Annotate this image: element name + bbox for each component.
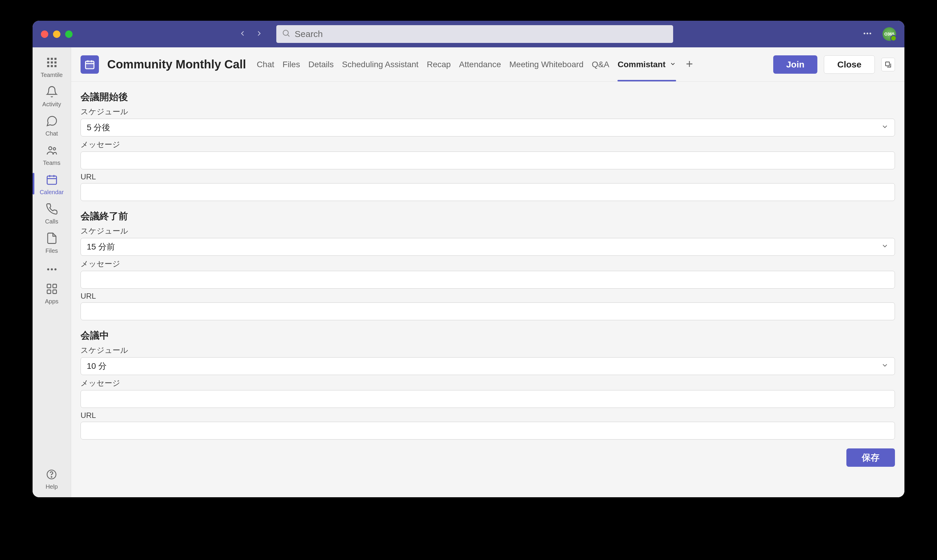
svg-point-20: [47, 268, 49, 271]
tab-details[interactable]: Details: [308, 48, 334, 81]
bell-icon: [46, 86, 58, 99]
svg-rect-25: [47, 290, 51, 294]
tab-commistant[interactable]: Commistant: [618, 48, 676, 81]
url-input[interactable]: [80, 422, 895, 440]
svg-point-14: [49, 147, 52, 150]
titlebar: Search O365: [32, 21, 905, 47]
window-controls: [41, 31, 72, 38]
user-avatar[interactable]: O365: [883, 27, 896, 41]
rail-help[interactable]: Help: [46, 469, 58, 490]
chevron-down-icon: [881, 123, 889, 132]
search-input[interactable]: Search: [276, 25, 673, 43]
rail-label: Help: [46, 483, 58, 490]
app-window: Search O365 Teamtile Activity: [32, 21, 905, 497]
maximize-window-button[interactable]: [65, 31, 72, 38]
svg-rect-26: [53, 290, 56, 294]
svg-point-28: [51, 477, 52, 477]
tab-scheduling-assistant[interactable]: Scheduling Assistant: [342, 48, 418, 81]
rail-calls[interactable]: Calls: [32, 199, 71, 227]
url-input[interactable]: [80, 183, 895, 201]
svg-point-2: [863, 32, 865, 34]
chat-icon: [46, 115, 58, 128]
svg-point-15: [53, 148, 55, 150]
svg-rect-5: [47, 58, 49, 60]
titlebar-more-button[interactable]: [862, 28, 872, 40]
rail-files[interactable]: Files: [32, 229, 71, 256]
svg-rect-24: [53, 284, 56, 288]
schedule-select[interactable]: 10 分: [80, 357, 895, 375]
meeting-icon: [80, 55, 99, 74]
calendar-icon: [46, 174, 58, 187]
svg-rect-8: [47, 62, 49, 64]
tab-files[interactable]: Files: [282, 48, 300, 81]
minimize-window-button[interactable]: [53, 31, 60, 38]
search-icon: [282, 29, 291, 40]
tab-recap[interactable]: Recap: [427, 48, 451, 81]
rail-activity[interactable]: Activity: [32, 82, 71, 109]
tab-attendance[interactable]: Attendance: [459, 48, 501, 81]
rail-label: Calls: [45, 218, 58, 225]
schedule-label: スケジュール: [80, 226, 895, 236]
svg-rect-10: [54, 62, 56, 64]
section-title: 会議開始後: [80, 91, 895, 104]
url-input[interactable]: [80, 303, 895, 320]
svg-rect-23: [47, 284, 51, 288]
svg-point-0: [283, 30, 288, 35]
svg-point-22: [54, 268, 56, 271]
rail-label: Activity: [42, 101, 61, 108]
svg-rect-7: [54, 58, 56, 60]
tab-chat[interactable]: Chat: [257, 48, 274, 81]
rail-apps[interactable]: Apps: [32, 279, 71, 307]
svg-rect-29: [86, 61, 94, 68]
message-label: メッセージ: [80, 139, 895, 150]
message-label: メッセージ: [80, 378, 895, 388]
section-meeting-after-start: 会議開始後 スケジュール 5 分後 メッセージ URL: [80, 91, 895, 201]
rail-label: Apps: [45, 298, 59, 305]
chevron-down-icon: [881, 362, 889, 371]
close-window-button[interactable]: [41, 31, 48, 38]
help-icon: [46, 469, 57, 482]
rail-label: Files: [45, 248, 58, 254]
rail-label: Calendar: [40, 189, 64, 195]
rail-more-button[interactable]: [32, 260, 71, 277]
section-meeting-before-end: 会議終了前 スケジュール 15 分前 メッセージ URL: [80, 210, 895, 320]
nav-back-button[interactable]: [238, 29, 247, 39]
message-input[interactable]: [80, 271, 895, 289]
svg-point-4: [869, 32, 871, 34]
nav-forward-button[interactable]: [255, 29, 263, 39]
app-rail: Teamtile Activity Chat Teams: [32, 47, 71, 497]
search-placeholder: Search: [295, 29, 323, 39]
teams-icon: [46, 144, 58, 158]
popout-button[interactable]: [882, 58, 895, 71]
select-value: 5 分後: [87, 122, 110, 133]
svg-rect-35: [886, 62, 889, 66]
tab-meeting-whiteboard[interactable]: Meeting Whiteboard: [509, 48, 584, 81]
svg-rect-12: [51, 65, 53, 67]
chevron-down-icon: [881, 242, 889, 252]
message-label: メッセージ: [80, 259, 895, 269]
url-label: URL: [80, 292, 895, 301]
schedule-select[interactable]: 15 分前: [80, 238, 895, 256]
schedule-select[interactable]: 5 分後: [80, 119, 895, 137]
rail-calendar[interactable]: Calendar: [32, 170, 71, 197]
svg-point-21: [51, 268, 53, 271]
message-input[interactable]: [80, 152, 895, 169]
apps-icon: [46, 283, 58, 296]
tab-label: Commistant: [618, 60, 666, 69]
rail-chat[interactable]: Chat: [32, 111, 71, 139]
rail-teamtile[interactable]: Teamtile: [32, 53, 71, 80]
grid-icon: [46, 56, 58, 70]
phone-icon: [46, 203, 58, 216]
tab-qa[interactable]: Q&A: [592, 48, 609, 81]
section-title: 会議中: [80, 329, 895, 342]
message-input[interactable]: [80, 390, 895, 408]
add-tab-button[interactable]: [684, 59, 695, 70]
svg-rect-11: [47, 65, 49, 67]
close-button[interactable]: Close: [824, 55, 875, 74]
join-button[interactable]: Join: [773, 55, 818, 74]
save-button[interactable]: 保存: [846, 448, 895, 467]
svg-rect-13: [54, 65, 56, 67]
rail-label: Chat: [45, 130, 58, 137]
rail-teams[interactable]: Teams: [32, 141, 71, 168]
section-title: 会議終了前: [80, 210, 895, 223]
